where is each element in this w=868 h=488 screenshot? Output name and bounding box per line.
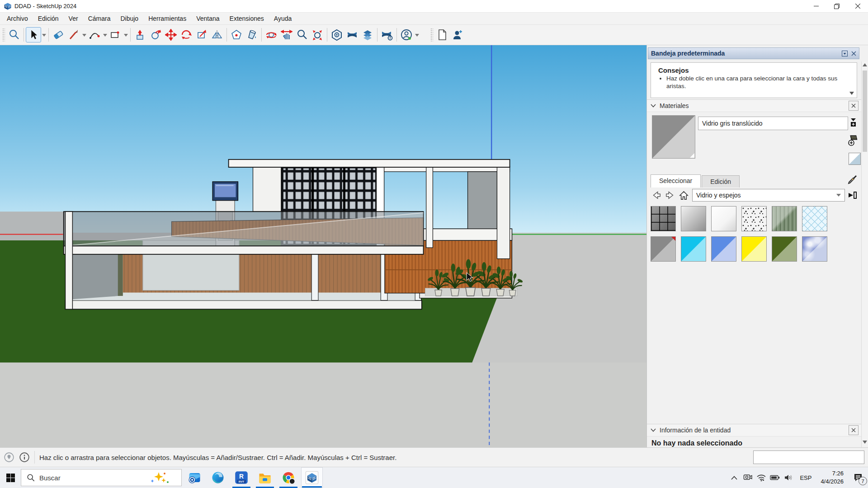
offset-tool[interactable] xyxy=(229,27,244,42)
tab-seleccionar[interactable]: Seleccionar xyxy=(651,174,701,188)
swatch-translucent-olive[interactable] xyxy=(772,236,797,262)
arc-tool[interactable] xyxy=(87,27,102,42)
arc-tool-caret[interactable] xyxy=(102,27,108,42)
start-button[interactable] xyxy=(0,467,21,488)
share-model-tool[interactable] xyxy=(360,27,375,42)
details-arrow-icon[interactable] xyxy=(847,189,859,201)
tab-edicion[interactable]: Edición xyxy=(702,175,740,188)
scroll-up-icon[interactable] xyxy=(863,63,867,66)
geolocation-icon[interactable] xyxy=(4,452,14,463)
extension-warehouse-tool[interactable] xyxy=(329,27,344,42)
materials-section-header[interactable]: Materiales xyxy=(647,99,862,112)
menu-herramientas[interactable]: Herramientas xyxy=(143,13,191,24)
sample-paint-eyedropper-icon[interactable] xyxy=(847,174,858,185)
taskbar-search-box[interactable]: Buscar xyxy=(21,469,182,486)
swatch-gray-translucent-selected[interactable] xyxy=(651,236,676,262)
3d-viewport[interactable] xyxy=(0,45,646,447)
scroll-down-icon[interactable] xyxy=(863,441,867,444)
zoom-window-tool[interactable] xyxy=(6,27,22,42)
info-icon[interactable] xyxy=(19,452,30,463)
tray-scrollbar[interactable] xyxy=(861,61,868,447)
swatch-blue-lattice[interactable] xyxy=(802,206,827,231)
line-tool[interactable] xyxy=(66,27,81,42)
action-center-button[interactable]: 7 xyxy=(848,467,868,488)
tray-menu-icon[interactable] xyxy=(842,51,848,56)
move-tool[interactable] xyxy=(163,27,179,42)
account-tool-caret[interactable] xyxy=(414,27,420,42)
wifi-icon[interactable] xyxy=(755,467,768,488)
toolbar-grip[interactable] xyxy=(430,28,433,42)
scale-tool[interactable] xyxy=(194,27,209,42)
taskbar-app-revit[interactable]: R RVT xyxy=(231,467,252,488)
taskbar-clock[interactable]: 7:26 4/4/2026 xyxy=(816,469,848,485)
minimize-button[interactable] xyxy=(806,0,826,12)
materials-close-button[interactable] xyxy=(849,101,859,111)
swatch-obscure-speckle[interactable] xyxy=(741,206,767,231)
swatch-sky-clouds[interactable] xyxy=(802,236,827,262)
swatch-translucent-white[interactable] xyxy=(711,206,736,231)
new-document-tool[interactable] xyxy=(434,27,450,42)
swatch-translucent-yellow[interactable] xyxy=(741,236,767,262)
select-tool-caret[interactable] xyxy=(41,27,47,42)
share-component-tool[interactable] xyxy=(379,27,395,42)
tray-header[interactable]: Bandeja predeterminada xyxy=(648,47,859,59)
language-indicator[interactable]: ESP xyxy=(795,474,816,481)
create-material-button[interactable] xyxy=(848,134,859,146)
rotate-tool[interactable] xyxy=(179,27,194,42)
swatch-mirror-gray[interactable] xyxy=(681,206,706,231)
paint-bucket-tool[interactable] xyxy=(244,27,259,42)
material-name-field[interactable]: Vidrio gris translúcido xyxy=(698,117,848,130)
scrollbar-thumb[interactable] xyxy=(863,70,867,152)
entity-info-close-button[interactable] xyxy=(849,425,859,435)
add-collaborator-tool[interactable] xyxy=(450,27,465,42)
menu-camara[interactable]: Cámara xyxy=(83,13,116,24)
menu-ver[interactable]: Ver xyxy=(64,13,83,24)
forward-arrow-icon[interactable] xyxy=(664,189,676,201)
swatch-glass-blocks[interactable] xyxy=(651,206,676,231)
close-button[interactable] xyxy=(847,0,868,12)
menu-extensiones[interactable]: Extensiones xyxy=(225,13,269,24)
secondary-pane-button[interactable] xyxy=(849,117,857,127)
menu-ventana[interactable]: Ventana xyxy=(191,13,224,24)
orbit-tool[interactable] xyxy=(264,27,279,42)
default-material-swatch[interactable] xyxy=(849,153,861,165)
measurements-input[interactable] xyxy=(753,450,864,464)
rectangle-tool-caret[interactable] xyxy=(123,27,128,42)
flip-along-tool[interactable] xyxy=(209,27,225,42)
push-pull-tool[interactable] xyxy=(132,27,148,42)
meet-now-icon[interactable] xyxy=(741,467,755,488)
restore-button[interactable] xyxy=(826,0,847,12)
back-arrow-icon[interactable] xyxy=(651,189,662,201)
chevron-down-icon[interactable] xyxy=(651,104,656,108)
pan-tool[interactable] xyxy=(279,27,294,42)
3d-warehouse-tool[interactable] xyxy=(344,27,360,42)
entity-info-section-header[interactable]: Información de la entidad xyxy=(647,424,862,436)
menu-dibujo[interactable]: Dibujo xyxy=(115,13,143,24)
taskbar-app-outlook[interactable] xyxy=(184,467,205,488)
zoom-tool[interactable] xyxy=(294,27,310,42)
swatch-corrugated-green[interactable] xyxy=(772,206,797,231)
eraser-tool[interactable] xyxy=(51,27,66,42)
tray-chevron-up-icon[interactable] xyxy=(727,467,741,488)
zoom-extents-tool[interactable] xyxy=(310,27,325,42)
volume-icon[interactable] xyxy=(782,467,795,488)
collection-dropdown[interactable]: Vidrio y espejos xyxy=(692,189,845,202)
search-highlights-sparkle-icon[interactable] xyxy=(150,472,170,483)
swatch-translucent-cyan[interactable] xyxy=(681,236,706,262)
account-tool[interactable] xyxy=(399,27,414,42)
taskbar-app-edge[interactable] xyxy=(207,467,229,488)
chevron-down-icon[interactable] xyxy=(651,428,656,432)
taskbar-app-chrome[interactable] xyxy=(278,467,299,488)
home-icon[interactable] xyxy=(678,189,689,201)
tips-scroll-down-icon[interactable] xyxy=(849,92,854,95)
tray-close-icon[interactable] xyxy=(851,51,856,56)
taskbar-app-sketchup[interactable] xyxy=(301,467,323,488)
follow-me-tool[interactable] xyxy=(148,27,163,42)
rectangle-tool[interactable] xyxy=(108,27,123,42)
taskbar-app-file-explorer[interactable] xyxy=(254,467,276,488)
material-preview-thumbnail[interactable] xyxy=(652,115,695,159)
menu-edicion[interactable]: Edición xyxy=(33,13,64,24)
menu-ayuda[interactable]: Ayuda xyxy=(269,13,297,24)
menu-archivo[interactable]: Archivo xyxy=(2,13,33,24)
line-tool-caret[interactable] xyxy=(81,27,87,42)
